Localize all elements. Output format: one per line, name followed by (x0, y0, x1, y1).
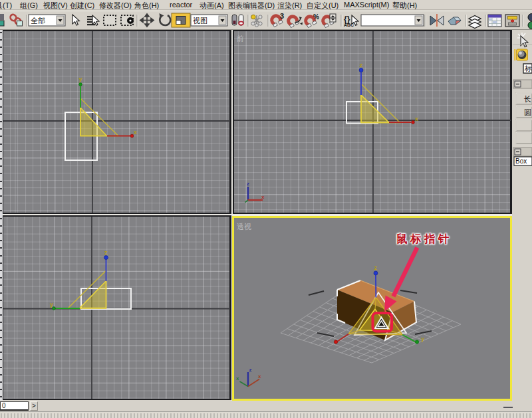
svg-text:z: z (374, 264, 378, 271)
svg-text:长: 长 (523, 95, 531, 103)
svg-text:y: y (50, 301, 53, 308)
svg-text:x: x (261, 194, 265, 200)
svg-text:x: x (258, 373, 261, 379)
svg-text:%: % (313, 13, 319, 21)
svg-text:z: z (247, 181, 249, 187)
svg-text:z: z (249, 367, 252, 373)
svg-text:y: y (79, 76, 82, 82)
svg-text:视图: 视图 (193, 17, 207, 25)
svg-text:z: z (104, 249, 108, 256)
svg-text:x: x (415, 116, 418, 122)
svg-text:全部: 全部 (31, 17, 45, 25)
svg-text:Box: Box (515, 157, 527, 165)
svg-text:x: x (134, 129, 137, 136)
svg-text:3: 3 (280, 12, 284, 20)
svg-text:y: y (421, 336, 424, 342)
svg-text:z: z (360, 62, 363, 68)
svg-text:标: 标 (524, 64, 532, 72)
svg-text:x: x (236, 375, 239, 381)
svg-text:圆: 圆 (524, 108, 531, 116)
